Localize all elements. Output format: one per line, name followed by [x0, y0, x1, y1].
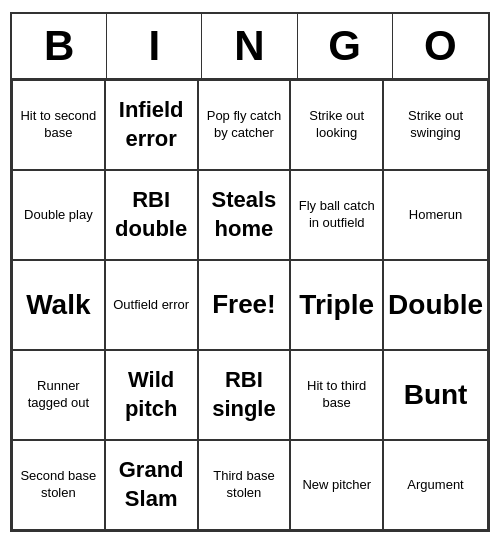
- bingo-cell-20: Second base stolen: [12, 440, 105, 530]
- bingo-letter-o: O: [393, 14, 488, 78]
- bingo-cell-9: Homerun: [383, 170, 488, 260]
- bingo-cell-19: Bunt: [383, 350, 488, 440]
- bingo-cell-2: Pop fly catch by catcher: [198, 80, 291, 170]
- bingo-cell-0: Hit to second base: [12, 80, 105, 170]
- bingo-cell-10: Walk: [12, 260, 105, 350]
- bingo-cell-15: Runner tagged out: [12, 350, 105, 440]
- bingo-header: BINGO: [12, 14, 488, 80]
- bingo-cell-5: Double play: [12, 170, 105, 260]
- bingo-cell-18: Hit to third base: [290, 350, 383, 440]
- bingo-cell-13: Triple: [290, 260, 383, 350]
- bingo-cell-24: Argument: [383, 440, 488, 530]
- bingo-cell-17: RBI single: [198, 350, 291, 440]
- bingo-card: BINGO Hit to second baseInfield errorPop…: [10, 12, 490, 532]
- bingo-cell-3: Strike out looking: [290, 80, 383, 170]
- bingo-cell-21: Grand Slam: [105, 440, 198, 530]
- bingo-cell-11: Outfield error: [105, 260, 198, 350]
- bingo-cell-8: Fly ball catch in outfield: [290, 170, 383, 260]
- bingo-letter-n: N: [202, 14, 297, 78]
- bingo-letter-g: G: [298, 14, 393, 78]
- bingo-cell-14: Double: [383, 260, 488, 350]
- bingo-cell-16: Wild pitch: [105, 350, 198, 440]
- bingo-cell-4: Strike out swinging: [383, 80, 488, 170]
- bingo-cell-1: Infield error: [105, 80, 198, 170]
- bingo-letter-b: B: [12, 14, 107, 78]
- bingo-cell-22: Third base stolen: [198, 440, 291, 530]
- bingo-grid: Hit to second baseInfield errorPop fly c…: [12, 80, 488, 530]
- bingo-cell-6: RBI double: [105, 170, 198, 260]
- bingo-letter-i: I: [107, 14, 202, 78]
- bingo-cell-12: Free!: [198, 260, 291, 350]
- bingo-cell-23: New pitcher: [290, 440, 383, 530]
- bingo-cell-7: Steals home: [198, 170, 291, 260]
